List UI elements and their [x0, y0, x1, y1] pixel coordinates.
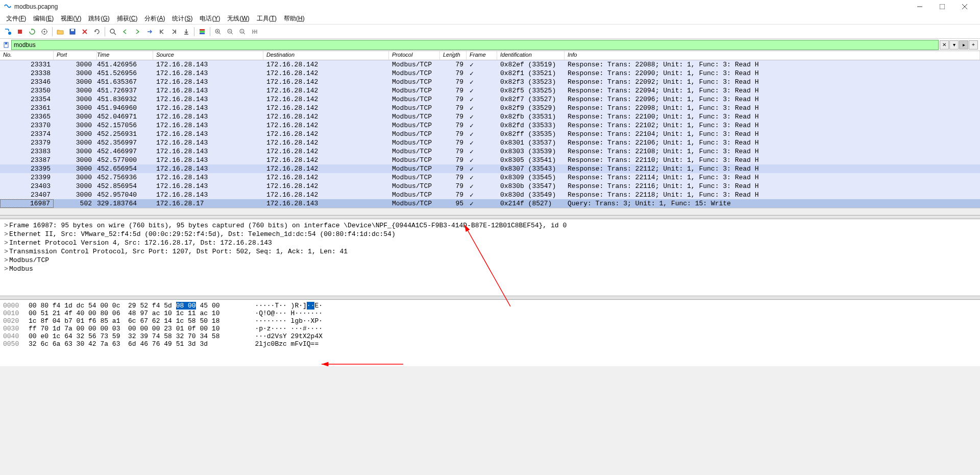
detail-line[interactable]: >Modbus/TCP [0, 256, 980, 265]
file-save-icon[interactable] [67, 26, 78, 37]
packet-row[interactable]: 16987502329.183764172.16.28.17172.16.28.… [0, 199, 980, 208]
hex-line[interactable]: 005032 6c 6a 63 30 42 7a 63 6d 46 76 49 … [0, 340, 980, 348]
detail-line[interactable]: >Frame 16987: 95 bytes on wire (760 bits… [0, 221, 980, 230]
bookmark-filter-icon[interactable] [1, 40, 11, 50]
menu-h[interactable]: 帮助(H) [281, 13, 308, 24]
col-no[interactable]: No. [0, 51, 54, 60]
detail-line[interactable]: >Internet Protocol Version 4, Src: 172.1… [0, 239, 980, 247]
autoscroll-icon[interactable] [181, 26, 192, 37]
packet-bytes[interactable]: 000000 80 f4 1d dc 54 00 0c 29 52 f4 5d … [0, 300, 980, 366]
menu-w[interactable]: 无线(W) [224, 13, 252, 24]
packet-row[interactable]: 233703000452.157056172.16.28.143172.16.2… [0, 121, 980, 130]
packet-row[interactable]: 233993000452.756936172.16.28.143172.16.2… [0, 173, 980, 182]
packet-row[interactable]: 233503000451.726937172.16.28.143172.16.2… [0, 86, 980, 95]
maximize-button[interactable] [931, 0, 953, 13]
col-time[interactable]: Time [97, 51, 153, 60]
packet-row[interactable]: 233463000451.635367172.16.28.143172.16.2… [0, 78, 980, 86]
expand-icon[interactable]: > [3, 256, 9, 264]
zoom-in-icon[interactable] [212, 26, 224, 37]
minimize-button[interactable] [909, 0, 931, 13]
packet-row[interactable]: 233743000452.256931172.16.28.143172.16.2… [0, 130, 980, 138]
svg-line-33 [243, 33, 245, 34]
packet-row[interactable]: 233543000451.836932172.16.28.143172.16.2… [0, 95, 980, 104]
packet-row[interactable]: 233833000452.466997172.16.28.143172.16.2… [0, 147, 980, 156]
file-close-icon[interactable] [79, 26, 90, 37]
packet-row[interactable]: 233313000451.426956172.16.28.143172.16.2… [0, 60, 980, 69]
go-last-icon[interactable] [168, 26, 180, 37]
filter-dropdown-icon[interactable]: ▾ [949, 40, 959, 50]
expand-icon[interactable]: > [3, 239, 9, 247]
svg-rect-23 [200, 33, 205, 34]
menu-f[interactable]: 文件(F) [3, 13, 29, 24]
resize-columns-icon[interactable] [249, 26, 260, 37]
expand-icon[interactable]: > [3, 248, 9, 255]
packet-row[interactable]: 234073000452.957040172.16.28.143172.16.2… [0, 191, 980, 199]
detail-line[interactable]: >Ethernet II, Src: VMware_52:f4:5d (00:0… [0, 230, 980, 239]
go-forward-icon[interactable] [132, 26, 143, 37]
detail-line[interactable]: >Modbus [0, 265, 980, 273]
menu-a[interactable]: 分析(A) [141, 13, 168, 24]
hex-line[interactable]: 001000 51 21 4f 40 00 80 06 48 97 ac 10 … [0, 310, 980, 317]
menubar: 文件(F)编辑(E)视图(V)跳转(G)捕获(C)分析(A)统计(S)电话(Y)… [0, 13, 980, 25]
capture-options-icon[interactable] [39, 26, 50, 37]
detail-line[interactable]: >Transmission Control Protocol, Src Port… [0, 247, 980, 256]
col-identification[interactable]: Identification [497, 51, 565, 60]
col-source[interactable]: Source [153, 51, 263, 60]
hex-line[interactable]: 00201c 8f 04 b7 01 f6 85 a1 6c 67 62 14 … [0, 317, 980, 325]
splitter-1[interactable] [0, 215, 980, 219]
packet-list-header[interactable]: No. Port Time Source Destination Protoco… [0, 51, 980, 60]
display-filter-input[interactable] [11, 40, 939, 50]
col-frame[interactable]: Frame [467, 51, 497, 60]
packet-row[interactable]: 233873000452.577000172.16.28.143172.16.2… [0, 156, 980, 164]
capture-start-icon[interactable] [2, 26, 13, 37]
svg-text:1: 1 [241, 30, 243, 33]
expand-icon[interactable]: > [3, 230, 9, 238]
svg-rect-5 [18, 30, 22, 34]
packet-row[interactable]: 233383000451.526956172.16.28.143172.16.2… [0, 69, 980, 78]
packet-row[interactable]: 233653000452.046971172.16.28.143172.16.2… [0, 112, 980, 121]
col-length[interactable]: ^Length [440, 51, 467, 60]
menu-y[interactable]: 电话(Y) [197, 13, 223, 24]
hex-line[interactable]: 0030ff 70 1d 7a 00 00 00 03 00 00 00 23 … [0, 325, 980, 332]
packet-row[interactable]: 233613000451.946960172.16.28.143172.16.2… [0, 104, 980, 112]
filter-apply-icon[interactable]: ▸ [959, 40, 968, 50]
capture-stop-icon[interactable] [14, 26, 26, 37]
go-first-icon[interactable] [156, 26, 167, 37]
packet-row[interactable]: 233953000452.656954172.16.28.143172.16.2… [0, 164, 980, 173]
title-text: modbus.pcapng [14, 3, 58, 10]
file-open-icon[interactable] [55, 26, 66, 37]
menu-v[interactable]: 视图(V) [58, 13, 84, 24]
horizontal-scrollbar[interactable] [0, 208, 980, 215]
go-back-icon[interactable] [119, 26, 131, 37]
expand-icon[interactable]: > [3, 265, 9, 273]
zoom-out-icon[interactable] [225, 26, 236, 37]
splitter-2[interactable] [0, 296, 980, 300]
col-port[interactable]: Port [54, 51, 97, 60]
packet-row[interactable]: 234033000452.856954172.16.28.143172.16.2… [0, 182, 980, 191]
col-destination[interactable]: Destination [263, 51, 389, 60]
go-jump-icon[interactable] [144, 26, 155, 37]
close-button[interactable] [953, 0, 976, 13]
filter-add-icon[interactable]: + [969, 40, 978, 50]
menu-e[interactable]: 编辑(E) [30, 13, 57, 24]
packet-row[interactable]: 233793000452.356997172.16.28.143172.16.2… [0, 138, 980, 147]
hex-line[interactable]: 004000 e0 1c 64 32 56 73 59 32 39 74 58 … [0, 332, 980, 340]
menu-c[interactable]: 捕获(C) [114, 13, 141, 24]
packet-details[interactable]: >Frame 16987: 95 bytes on wire (760 bits… [0, 219, 980, 296]
expand-icon[interactable]: > [3, 222, 9, 229]
capture-restart-icon[interactable] [27, 26, 38, 37]
colorize-icon[interactable] [197, 26, 208, 37]
menu-t[interactable]: 工具(T) [254, 13, 280, 24]
svg-rect-21 [200, 29, 205, 31]
svg-rect-22 [200, 31, 205, 32]
col-protocol[interactable]: Protocol [389, 51, 440, 60]
col-info[interactable]: Info [565, 51, 980, 60]
zoom-reset-icon[interactable]: 1 [237, 26, 248, 37]
hex-line[interactable]: 000000 80 f4 1d dc 54 00 0c 29 52 f4 5d … [0, 302, 980, 310]
filter-clear-icon[interactable]: ✕ [940, 40, 949, 50]
menu-g[interactable]: 跳转(G) [85, 13, 112, 24]
find-icon[interactable] [107, 26, 118, 37]
reload-icon[interactable] [91, 26, 103, 37]
menu-s[interactable]: 统计(S) [169, 13, 195, 24]
toolbar: 1 [0, 25, 980, 39]
